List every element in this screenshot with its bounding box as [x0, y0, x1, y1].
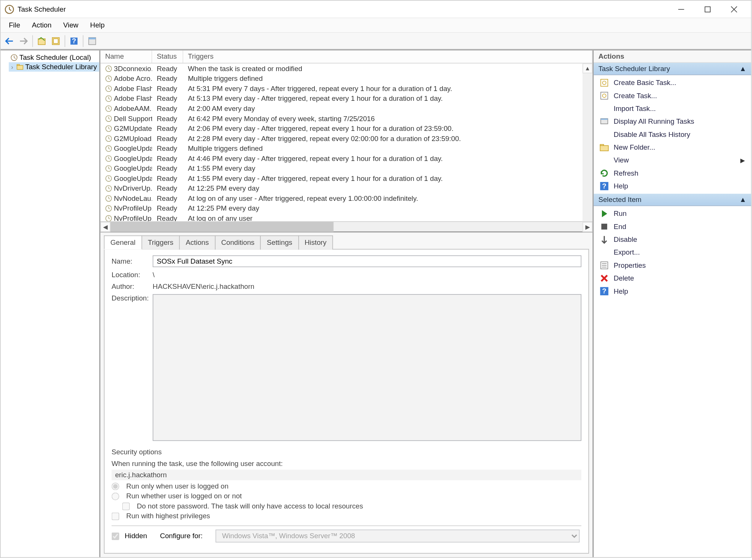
- radio-logged-on[interactable]: [112, 482, 119, 490]
- svg-rect-17: [17, 65, 23, 70]
- task-name-input[interactable]: [153, 255, 582, 267]
- svg-rect-72: [601, 118, 608, 120]
- task-trigger: At 12:25 PM every day: [183, 204, 592, 212]
- table-row[interactable]: NvProfileUp...ReadyAt 12:25 PM every day: [100, 203, 592, 213]
- bottom-bar: Hidden Configure for: Windows Vista™, Wi…: [112, 525, 582, 542]
- menu-file[interactable]: File: [3, 19, 26, 32]
- opt-run-logged-on[interactable]: Run only when user is logged on: [112, 482, 582, 490]
- action-item[interactable]: Delete: [594, 272, 751, 285]
- toolbar-help-button[interactable]: ?: [68, 34, 81, 47]
- forward-button[interactable]: [17, 34, 30, 47]
- back-button[interactable]: [3, 34, 16, 47]
- action-item[interactable]: ?Help: [594, 285, 751, 297]
- table-row[interactable]: Adobe Flash...ReadyAt 5:13 PM every day …: [100, 93, 592, 103]
- close-button[interactable]: [720, 1, 747, 17]
- table-row[interactable]: NvDriverUp...ReadyAt 12:25 PM every day: [100, 183, 592, 193]
- table-row[interactable]: GoogleUpda...ReadyAt 1:55 PM every day -…: [100, 173, 592, 183]
- table-row[interactable]: 3Dconnexio...ReadyWhen the task is creat…: [100, 64, 592, 74]
- table-row[interactable]: G2MUpdate...ReadyAt 2:06 PM every day - …: [100, 123, 592, 134]
- minimize-button[interactable]: [668, 1, 694, 17]
- scroll-right-icon[interactable]: ▶: [583, 222, 593, 232]
- opt-no-password[interactable]: Do not store password. The task will onl…: [112, 502, 582, 510]
- window: Task Scheduler File Action View Help ? T…: [0, 0, 752, 558]
- configure-for-select[interactable]: Windows Vista™, Windows Server™ 2008: [216, 530, 580, 542]
- action-item[interactable]: Export...: [594, 246, 751, 259]
- action-item[interactable]: Disable: [594, 233, 751, 246]
- table-row[interactable]: Adobe Acro...ReadyMultiple triggers defi…: [100, 73, 592, 83]
- action-item[interactable]: Create Task...: [594, 89, 751, 102]
- action-item[interactable]: New Folder...: [594, 141, 751, 154]
- tab-general[interactable]: General: [104, 235, 142, 249]
- action-item[interactable]: End: [594, 220, 751, 233]
- action-item[interactable]: Run: [594, 207, 751, 220]
- svg-text:?: ?: [72, 37, 76, 45]
- table-row[interactable]: G2MUpload...ReadyAt 2:28 PM every day - …: [100, 133, 592, 143]
- table-row[interactable]: Dell Support...ReadyAt 6:42 PM every Mon…: [100, 113, 592, 123]
- scroll-thumb[interactable]: [110, 222, 333, 232]
- action-item[interactable]: Create Basic Task...: [594, 76, 751, 89]
- action-item[interactable]: Import Task...: [594, 102, 751, 115]
- col-triggers[interactable]: Triggers: [183, 50, 592, 63]
- action-item[interactable]: View▶: [594, 154, 751, 167]
- tab-history[interactable]: History: [298, 235, 333, 249]
- table-row[interactable]: AdobeAAM...ReadyAt 2:00 AM every day: [100, 103, 592, 114]
- description-textarea[interactable]: [153, 294, 582, 441]
- tab-conditions[interactable]: Conditions: [215, 235, 261, 249]
- check-hidden[interactable]: [112, 533, 119, 540]
- task-status: Ready: [152, 64, 183, 73]
- actions-section-library[interactable]: Task Scheduler Library ▲: [594, 63, 751, 75]
- svg-line-42: [109, 138, 110, 139]
- blank-icon: [600, 248, 609, 257]
- svg-line-2: [9, 9, 11, 10]
- task-name: GoogleUpda...: [114, 154, 152, 162]
- col-name[interactable]: Name: [100, 50, 152, 63]
- tab-triggers[interactable]: Triggers: [141, 235, 180, 249]
- titlebar: Task Scheduler: [1, 1, 751, 18]
- check-no-password[interactable]: [122, 502, 130, 510]
- task-trigger: At log on of any user - After triggered,…: [183, 194, 592, 202]
- action-item[interactable]: Display All Running Tasks: [594, 115, 751, 128]
- radio-whether[interactable]: [112, 492, 119, 500]
- check-highest-priv[interactable]: [112, 512, 119, 520]
- tab-actions[interactable]: Actions: [179, 235, 216, 249]
- svg-line-57: [109, 188, 110, 189]
- hidden-checkbox-label[interactable]: Hidden: [112, 532, 147, 540]
- toolbar-btn-2[interactable]: [49, 34, 62, 47]
- col-status[interactable]: Status: [152, 50, 183, 63]
- maximize-button[interactable]: [694, 1, 720, 17]
- svg-text:?: ?: [602, 287, 606, 295]
- opt-run-whether[interactable]: Run whether user is logged on or not: [112, 492, 582, 500]
- action-item[interactable]: Refresh: [594, 167, 751, 179]
- menu-help[interactable]: Help: [84, 19, 111, 32]
- table-row[interactable]: Adobe Flash...ReadyAt 5:31 PM every 7 da…: [100, 83, 592, 94]
- actions-section-selected[interactable]: Selected Item ▲: [594, 194, 751, 206]
- table-row[interactable]: NvProfileUp...ReadyAt log on of any user: [100, 213, 592, 222]
- opt-highest-priv[interactable]: Run with highest privileges: [112, 512, 582, 520]
- security-line1: When running the task, use the following…: [112, 460, 582, 468]
- vertical-scrollbar[interactable]: ▲: [583, 64, 593, 222]
- toolbar-btn-3[interactable]: [86, 34, 99, 47]
- table-row[interactable]: GoogleUpda...ReadyAt 4:46 PM every day -…: [100, 153, 592, 163]
- scroll-left-icon[interactable]: ◀: [100, 222, 111, 232]
- toolbar-btn-1[interactable]: [35, 34, 48, 47]
- action-item[interactable]: Properties: [594, 259, 751, 272]
- svg-line-66: [109, 218, 110, 219]
- table-row[interactable]: GoogleUpda...ReadyAt 1:55 PM every day: [100, 163, 592, 173]
- display-icon: [600, 117, 609, 126]
- menu-action[interactable]: Action: [26, 19, 57, 32]
- task-trigger: At 4:46 PM every day - After triggered, …: [183, 154, 592, 162]
- svg-line-27: [109, 88, 110, 89]
- menu-view[interactable]: View: [58, 19, 84, 32]
- action-label: End: [614, 223, 626, 231]
- action-item[interactable]: Disable All Tasks History: [594, 128, 751, 141]
- table-row[interactable]: NvNodeLau...ReadyAt log on of any user -…: [100, 193, 592, 203]
- action-label: Run: [614, 209, 626, 218]
- nav-library[interactable]: › Task Scheduler Library: [9, 62, 99, 71]
- table-row[interactable]: GoogleUpda...ReadyMultiple triggers defi…: [100, 143, 592, 153]
- action-item[interactable]: ?Help: [594, 180, 751, 193]
- nav-root[interactable]: Task Scheduler (Local): [1, 53, 99, 62]
- chevron-right-icon: ›: [11, 64, 15, 70]
- toolbar: ?: [1, 33, 751, 49]
- horizontal-scrollbar[interactable]: ◀ ▶: [100, 221, 592, 231]
- tab-settings[interactable]: Settings: [260, 235, 299, 249]
